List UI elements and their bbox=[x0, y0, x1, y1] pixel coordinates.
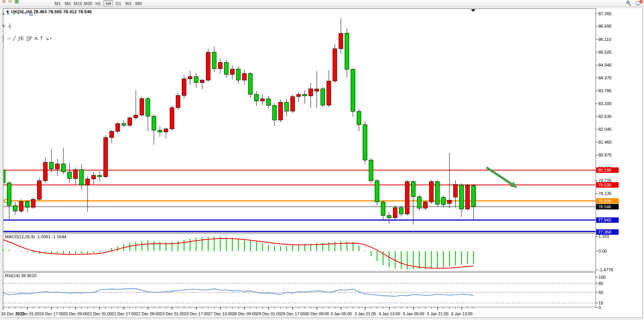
horizontal-line-icon[interactable]: ─ bbox=[6, 35, 12, 42]
bear-candle bbox=[152, 116, 156, 130]
text-icon: A bbox=[35, 36, 38, 41]
cursor-icon[interactable]: ↖ bbox=[1, 23, 7, 29]
timeframe-button-m30[interactable]: M30 bbox=[83, 0, 93, 6]
timeframe-button-h1[interactable]: H1 bbox=[93, 0, 103, 6]
bear-candle bbox=[387, 216, 391, 218]
bull-candle bbox=[164, 129, 168, 132]
rsi-label: RSI(14) 39.9610 bbox=[5, 273, 37, 278]
timeframe-button-d1[interactable]: D1 bbox=[114, 0, 123, 6]
templates-icon[interactable]: ▨▾ bbox=[28, 11, 37, 17]
arrows-tool-icon: ↘ bbox=[45, 36, 49, 41]
bull-candle bbox=[91, 176, 95, 179]
timeframe-button-mn[interactable]: MN bbox=[134, 0, 143, 6]
bull-candle bbox=[55, 164, 59, 169]
bull-candle bbox=[339, 33, 343, 49]
time-tick-label: 27 Dec 13:00 bbox=[208, 311, 233, 316]
price-badge-label: 77.942 bbox=[598, 218, 611, 222]
timeframe-button-m15[interactable]: M15 bbox=[73, 0, 82, 6]
bull-candle bbox=[200, 80, 204, 83]
time-tick-label: 23 Dec 01:00 bbox=[160, 311, 184, 316]
bear-candle bbox=[369, 160, 373, 181]
notifications-icon[interactable]: 1 bbox=[635, 0, 642, 6]
macd-pane[interactable] bbox=[3, 234, 596, 271]
search-icon-handle bbox=[629, 4, 632, 6]
bear-candle bbox=[61, 164, 65, 172]
bear-candle bbox=[79, 170, 83, 185]
bull-candle bbox=[423, 202, 427, 208]
text-icon[interactable]: A bbox=[33, 35, 39, 42]
zoom-out-icon[interactable]: ⊖ bbox=[7, 0, 13, 4]
add-indicator-icon: ＋ bbox=[12, 11, 16, 16]
fibonacci-icon[interactable]: ƒE bbox=[17, 35, 25, 42]
timeframe-button-w1[interactable]: W1 bbox=[124, 0, 133, 6]
time-tick-label: 4 Jan 13:00 bbox=[379, 311, 400, 316]
bull-candle bbox=[116, 123, 119, 131]
price-tick-label: 82.630 bbox=[598, 114, 612, 119]
bear-candle bbox=[363, 125, 367, 160]
tile-windows-icon[interactable]: ▦ bbox=[13, 0, 20, 4]
bull-candle bbox=[218, 62, 222, 69]
price-tick-label: 86.695 bbox=[598, 24, 612, 28]
crosshair-icon: ┼ bbox=[8, 23, 12, 29]
toolbar-separator bbox=[2, 29, 2, 35]
time-tick-label: 29 Dec 01:00 bbox=[256, 311, 281, 316]
periods-icon[interactable]: ◔▾ bbox=[20, 11, 27, 17]
time-tick-label: 23 Dec 17:00 bbox=[184, 311, 209, 316]
trendline-icon[interactable]: ╱ bbox=[12, 35, 17, 42]
bull-candle bbox=[465, 186, 469, 209]
channel-icon: ▒F bbox=[26, 36, 32, 41]
bear-candle bbox=[345, 33, 349, 69]
rsi-scale-label: 50 bbox=[598, 290, 603, 295]
chart-shift-icon[interactable]: « bbox=[6, 11, 11, 17]
chart-canvas[interactable]: ▼ UKOil-,H4 78.463 78.565 78.412 78.5468… bbox=[0, 7, 644, 320]
timeframe-toolbar: M1M5M15M30H1H4D1W1MN bbox=[53, 0, 144, 6]
bull-candle bbox=[19, 202, 23, 211]
price-badge-label: 78.809 bbox=[598, 199, 611, 203]
price-badge-label: 79.530 bbox=[598, 183, 611, 187]
price-tick-label: 83.785 bbox=[598, 88, 612, 93]
price-tick-label: 84.940 bbox=[598, 63, 612, 67]
bear-candle bbox=[194, 77, 198, 83]
bull-candle bbox=[182, 79, 186, 95]
main-price-pane[interactable] bbox=[3, 9, 596, 232]
rsi-scale-label: 15 bbox=[598, 301, 603, 305]
bull-candle bbox=[188, 77, 192, 79]
bull-candle bbox=[140, 98, 144, 115]
price-tick-label: 83.200 bbox=[598, 101, 612, 106]
crosshair-icon[interactable]: ┼ bbox=[7, 23, 13, 29]
bear-candle bbox=[49, 162, 53, 169]
cursor-icon: ↖ bbox=[2, 23, 6, 29]
bull-candle bbox=[279, 102, 283, 120]
bear-candle bbox=[13, 206, 17, 211]
bear-candle bbox=[7, 183, 11, 206]
channel-icon[interactable]: ▒F bbox=[25, 35, 33, 42]
zoom-in-icon[interactable]: ⊕ bbox=[1, 0, 7, 4]
toolbar: ▤新订单◆▥◉▶自动交易╫▮╱⊕⊖▦»«＋▾◔▾▨▾↖┼│─╱ƒE▒FAT↘▾ … bbox=[0, 0, 644, 7]
timeframe-button-h4[interactable]: H4 bbox=[104, 0, 113, 6]
bull-candle bbox=[128, 118, 132, 125]
bear-candle bbox=[254, 94, 258, 101]
bear-candle bbox=[146, 98, 150, 116]
auto-scroll-icon[interactable]: » bbox=[1, 11, 6, 17]
time-tick-label: 22 Dec 09:00 bbox=[136, 311, 160, 316]
rsi-pane[interactable] bbox=[3, 273, 596, 307]
bull-candle bbox=[31, 199, 35, 207]
chart-shift-icon: « bbox=[7, 11, 10, 16]
price-tick-label: 84.370 bbox=[598, 76, 612, 80]
bear-candle bbox=[435, 181, 439, 204]
bull-candle bbox=[230, 69, 234, 74]
time-tick-label: 3 Jan 21:00 bbox=[354, 311, 376, 316]
bear-candle bbox=[67, 172, 71, 178]
add-indicator-icon[interactable]: ＋▾ bbox=[11, 11, 20, 17]
arrows-tool-icon[interactable]: ↘▾ bbox=[44, 35, 53, 42]
text-label-icon[interactable]: T bbox=[39, 35, 44, 42]
time-tick-label: 29 Dec 17:00 bbox=[281, 311, 305, 316]
macd-scale-label: 0.00 bbox=[598, 249, 607, 253]
bull-candle bbox=[260, 99, 264, 101]
timeframe-button-m5[interactable]: M5 bbox=[63, 0, 72, 6]
search-icon[interactable] bbox=[626, 0, 632, 6]
timeframe-button-m1[interactable]: M1 bbox=[53, 0, 62, 6]
toolbar-right: 1 bbox=[626, 0, 642, 6]
vertical-line-icon[interactable]: │ bbox=[1, 35, 6, 42]
price-tick-label: 79.135 bbox=[598, 191, 612, 196]
